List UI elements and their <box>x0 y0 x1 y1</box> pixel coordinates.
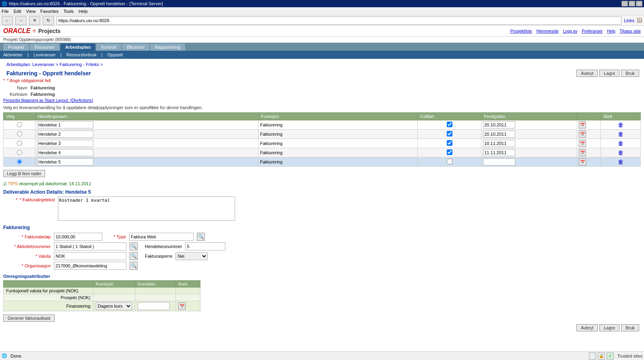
minimize-button[interactable]: _ <box>621 1 628 6</box>
avbryt-button-top[interactable]: Avbryt <box>576 70 598 77</box>
lagre-button-top[interactable]: Lagre <box>599 70 619 77</box>
tab-prosjekt[interactable]: Prosjekt <box>3 43 29 51</box>
row3-radio-cell[interactable] <box>4 139 35 148</box>
breadcrumb-arbeidsplan[interactable]: Arbeidsplan: Leveranser <box>6 62 54 67</box>
aktivitetsnummer-input[interactable] <box>54 242 126 250</box>
fakturasperre-select[interactable]: Nei Ja <box>175 252 208 260</box>
row1-cal-cell[interactable]: 📅 <box>577 120 601 130</box>
row2-delete-icon[interactable]: 🗑 <box>617 130 624 138</box>
menu-file[interactable]: File <box>2 9 9 14</box>
tab-arbeidsplan[interactable]: Arbeidsplan <box>60 43 96 51</box>
menu-favorites[interactable]: Favorites <box>40 9 58 14</box>
row4-calendar-icon[interactable]: 📅 <box>579 149 586 156</box>
subnav-ressursforbruk[interactable]: Ressursforbruk <box>66 52 97 57</box>
tab-okonomi[interactable]: Økonomi <box>122 43 149 51</box>
type-input[interactable] <box>129 233 194 241</box>
row3-handlingsnavn-cell[interactable] <box>35 139 258 148</box>
add-rows-button[interactable]: Legg til fem rader <box>3 170 45 177</box>
valuta-lookup-icon[interactable]: 🔍 <box>130 252 138 260</box>
tab-kontroll[interactable]: Kontroll <box>96 43 121 51</box>
row3-calendar-icon[interactable]: 📅 <box>579 140 586 147</box>
link-help[interactable]: Help <box>607 29 615 33</box>
row3-fullfort-cell[interactable] <box>417 139 481 148</box>
organisasjon-input[interactable] <box>54 262 126 270</box>
type-lookup-icon[interactable]: 🔍 <box>197 233 205 241</box>
bruk-button-bottom[interactable]: Bruk <box>621 324 639 331</box>
row5-ferdigdato-cell[interactable] <box>481 157 577 167</box>
forward-button[interactable]: → <box>15 16 27 25</box>
row3-handlingsnavn-input[interactable] <box>37 140 93 147</box>
row5-radio-cell[interactable] <box>4 157 35 167</box>
row1-radio-cell[interactable] <box>4 120 35 130</box>
link-prosjektliste[interactable]: Prosjektliste <box>510 29 532 33</box>
row5-radio[interactable] <box>17 159 22 164</box>
menu-tools[interactable]: Tools <box>64 9 74 14</box>
row4-ferdigdato-input[interactable] <box>483 149 515 156</box>
row3-fullfort-check[interactable] <box>447 140 452 146</box>
omreg-finansiering-kursdato-cell[interactable] <box>135 301 175 311</box>
row2-handlingsnavn-input[interactable] <box>37 130 93 138</box>
row5-fullfort-check[interactable] <box>447 159 452 164</box>
link-preferanser[interactable]: Preferanser <box>582 29 603 33</box>
omreg-finansiering-kurstype-cell[interactable]: Dagens kurs <box>93 301 135 311</box>
row5-slett-cell[interactable]: 🗑 <box>601 157 641 167</box>
row1-radio[interactable] <box>17 122 22 127</box>
row5-fullfort-cell[interactable] <box>417 157 481 167</box>
row3-ferdigdato-input[interactable] <box>483 140 515 147</box>
personlig-link[interactable]: Personlig tilpasning av Stack Layout: (D… <box>3 98 641 103</box>
row3-radio[interactable] <box>17 141 22 146</box>
row4-fullfort-check[interactable] <box>447 149 452 155</box>
row4-handlingsnavn-input[interactable] <box>37 149 93 156</box>
row4-slett-cell[interactable]: 🗑 <box>601 148 641 157</box>
row4-radio[interactable] <box>17 150 22 155</box>
link-hjemmeside[interactable]: Hjemmeside <box>536 29 559 33</box>
finansiering-kurstype-select[interactable]: Dagens kurs <box>96 302 132 310</box>
row5-handlingsnavn-input[interactable] <box>37 158 93 166</box>
menu-edit[interactable]: Edit <box>14 9 21 14</box>
row2-radio[interactable] <box>17 131 22 137</box>
finansiering-calendar-icon[interactable]: 📅 <box>178 302 186 310</box>
row2-slett-cell[interactable]: 🗑 <box>601 130 641 139</box>
row1-calendar-icon[interactable]: 📅 <box>579 121 586 128</box>
breadcrumb-fakturering[interactable]: Fakturering - Friteks <box>60 62 99 67</box>
row3-delete-icon[interactable]: 🗑 <box>617 140 624 147</box>
row1-handlingsnavn-input[interactable] <box>37 121 93 128</box>
subnav-oppsett[interactable]: Oppsett <box>107 52 123 57</box>
row3-ferdigdato-cell[interactable] <box>481 139 577 148</box>
row2-cal-cell[interactable]: 📅 <box>577 130 601 139</box>
menu-help[interactable]: Help <box>78 9 88 14</box>
maximize-button[interactable]: □ <box>629 1 635 6</box>
row2-radio-cell[interactable] <box>4 130 35 139</box>
row3-slett-cell[interactable]: 🗑 <box>601 139 641 148</box>
lagre-button-bottom[interactable]: Lagre <box>599 324 619 331</box>
row5-handlingsnavn-cell[interactable] <box>35 157 258 167</box>
row4-handlingsnavn-cell[interactable] <box>35 148 258 157</box>
row4-radio-cell[interactable] <box>4 148 35 157</box>
row5-ferdigdato-input[interactable] <box>483 158 515 166</box>
generer-fakturautkast-button[interactable]: Generer fakturautkast <box>3 314 55 322</box>
row2-calendar-icon[interactable]: 📅 <box>579 130 586 138</box>
fakturalinjetekst-input[interactable]: Kostnader 1 kvartal <box>58 197 235 221</box>
row2-handlingsnavn-cell[interactable] <box>35 130 258 139</box>
row5-calendar-icon[interactable]: 📅 <box>579 158 586 166</box>
row4-cal-cell[interactable]: 📅 <box>577 148 601 157</box>
tab-ressurser[interactable]: Ressurser <box>30 43 60 51</box>
hendelsesnummer-input[interactable] <box>185 242 225 250</box>
row1-ferdigdato-input[interactable] <box>483 121 515 128</box>
row2-fullfort-cell[interactable] <box>417 130 481 139</box>
row1-fullfort-check[interactable] <box>447 122 452 127</box>
row2-ferdigdato-input[interactable] <box>483 130 515 138</box>
subnav-leveranser[interactable]: Leveranser <box>33 52 56 57</box>
close-button[interactable]: × <box>636 1 642 6</box>
row5-cal-cell[interactable]: 📅 <box>577 157 601 167</box>
organisasjon-lookup-icon[interactable]: 🔍 <box>130 262 138 270</box>
refresh-button[interactable]: ↻ <box>43 16 54 25</box>
stop-button[interactable]: ✕ <box>29 16 40 25</box>
row1-ferdigdato-cell[interactable] <box>481 120 577 130</box>
row5-delete-icon[interactable]: 🗑 <box>617 158 624 166</box>
address-bar[interactable] <box>56 17 621 25</box>
window-controls[interactable]: _ □ × <box>621 1 642 6</box>
row4-ferdigdato-cell[interactable] <box>481 148 577 157</box>
tab-rapportering[interactable]: Rapportering <box>150 43 186 51</box>
row1-handlingsnavn-cell[interactable] <box>35 120 258 130</box>
